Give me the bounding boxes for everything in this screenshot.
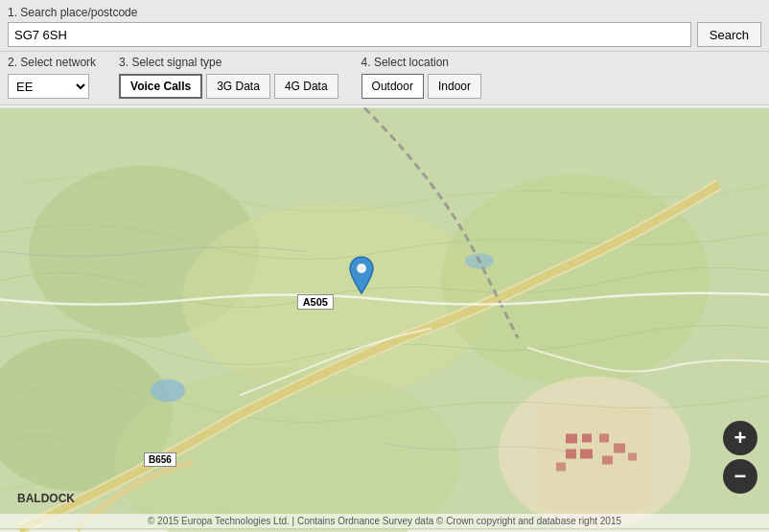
signal-3g-button[interactable]: 3G Data bbox=[206, 74, 270, 99]
location-row: Outdoor Indoor bbox=[361, 74, 481, 99]
svg-point-19 bbox=[357, 264, 366, 273]
zoom-in-button[interactable]: + bbox=[723, 421, 757, 455]
svg-point-17 bbox=[151, 380, 185, 403]
zoom-controls: + − bbox=[723, 421, 757, 494]
controls-bar: 2. Select network EE O2 Vodafone Three 3… bbox=[0, 52, 769, 105]
svg-rect-12 bbox=[599, 434, 609, 443]
svg-rect-15 bbox=[556, 463, 566, 472]
svg-rect-13 bbox=[614, 444, 625, 453]
zoom-out-button[interactable]: − bbox=[723, 459, 757, 494]
signal-voice-calls-button[interactable]: Voice Calls bbox=[119, 74, 202, 99]
map-container[interactable]: A505 B656 BALDOCK + − © 2015 Europa Tech… bbox=[0, 105, 769, 532]
app: 1. Search place/postcode Search 2. Selec… bbox=[0, 0, 769, 532]
svg-rect-10 bbox=[566, 450, 576, 459]
road-label-b656: B656 bbox=[144, 452, 176, 467]
signal-step-label: 3. Select signal type bbox=[119, 56, 338, 69]
svg-rect-11 bbox=[580, 450, 593, 459]
map-marker bbox=[347, 255, 376, 293]
svg-rect-8 bbox=[566, 434, 577, 444]
baldock-label: BALDOCK bbox=[17, 492, 75, 505]
search-step-label: 1. Search place/postcode bbox=[8, 6, 761, 19]
attribution: © 2015 Europa Technologies Ltd. | Contai… bbox=[0, 514, 769, 528]
network-row: EE O2 Vodafone Three bbox=[8, 74, 96, 99]
location-indoor-button[interactable]: Indoor bbox=[428, 74, 481, 99]
road-label-a505: A505 bbox=[297, 294, 334, 310]
svg-rect-9 bbox=[582, 434, 592, 443]
top-bar: 1. Search place/postcode Search bbox=[0, 0, 769, 52]
search-row: Search bbox=[8, 22, 761, 47]
location-outdoor-button[interactable]: Outdoor bbox=[361, 74, 424, 99]
svg-rect-14 bbox=[602, 456, 613, 465]
signal-group: 3. Select signal type Voice Calls 3G Dat… bbox=[119, 56, 338, 99]
signal-4g-button[interactable]: 4G Data bbox=[274, 74, 338, 99]
map-background bbox=[0, 105, 769, 532]
svg-rect-16 bbox=[628, 453, 637, 461]
search-input[interactable] bbox=[8, 22, 691, 47]
network-group: 2. Select network EE O2 Vodafone Three bbox=[8, 56, 96, 99]
signal-row: Voice Calls 3G Data 4G Data bbox=[119, 74, 338, 99]
network-select[interactable]: EE O2 Vodafone Three bbox=[8, 74, 89, 99]
search-button[interactable]: Search bbox=[697, 22, 761, 47]
network-step-label: 2. Select network bbox=[8, 56, 96, 69]
location-group: 4. Select location Outdoor Indoor bbox=[361, 56, 481, 99]
location-step-label: 4. Select location bbox=[361, 56, 481, 69]
svg-point-3 bbox=[441, 175, 710, 386]
